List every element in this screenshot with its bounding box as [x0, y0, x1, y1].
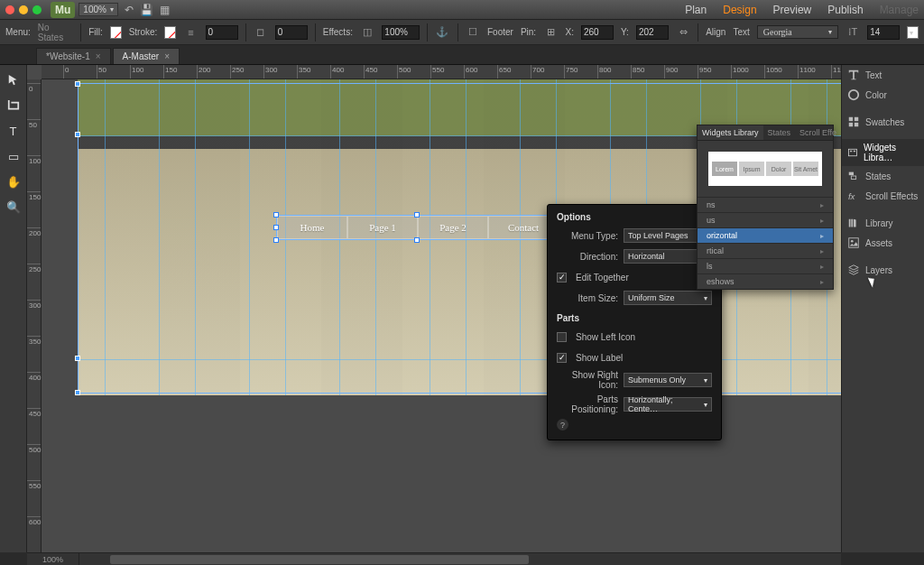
menu-item-page2[interactable]: Page 2	[418, 216, 488, 239]
svg-rect-2	[855, 117, 858, 121]
close-icon[interactable]: ×	[96, 51, 101, 61]
menu-item-home[interactable]: Home	[277, 216, 347, 239]
selection-handle[interactable]	[273, 237, 279, 243]
tools-panel: T ▭ ✋ 🔍	[0, 65, 27, 552]
dock-scroll-effects[interactable]: fxScroll Effects	[842, 186, 924, 206]
dock-widgets-library[interactable]: Widgets Libra…	[842, 139, 924, 166]
edit-together-checkbox[interactable]	[557, 273, 567, 282]
footer-checkbox[interactable]: ☐	[466, 24, 480, 41]
stroke-swatch[interactable]	[164, 26, 176, 39]
selection-handle[interactable]	[273, 225, 279, 230]
corner-radius-input[interactable]	[275, 25, 308, 40]
selection-tool[interactable]	[4, 70, 23, 90]
mode-plan[interactable]: Plan	[685, 4, 707, 16]
text-color-swatch[interactable]	[907, 26, 919, 39]
list-item-horizontal[interactable]: orizontal	[698, 227, 833, 243]
zoom-tool[interactable]: 🔍	[4, 197, 23, 217]
selection-handle[interactable]	[414, 212, 420, 218]
svg-rect-7	[854, 151, 855, 153]
panel-tabs: Widgets Library States Scroll Effe ▸▸	[698, 125, 833, 141]
widgets-library-panel: Widgets Library States Scroll Effe ▸▸ Lo…	[697, 125, 834, 290]
dock-layers[interactable]: Layers	[842, 260, 924, 280]
mode-preview[interactable]: Preview	[773, 4, 812, 16]
preview-chip: Lorem	[712, 162, 737, 176]
panel-tab-states[interactable]: States	[763, 125, 796, 140]
selection-handle[interactable]	[273, 212, 279, 218]
list-item[interactable]: ls	[698, 258, 833, 273]
menu-states-value[interactable]: No States	[38, 23, 74, 42]
help-icon[interactable]: ?	[557, 419, 568, 431]
vertical-ruler[interactable]: 050100150200250300350400450500550600650	[27, 79, 42, 552]
text-tool[interactable]: T	[4, 121, 23, 141]
window-controls	[5, 5, 42, 14]
zoom-dropdown[interactable]: 100%	[79, 3, 118, 16]
y-input[interactable]	[636, 25, 669, 40]
selection-handle[interactable]	[414, 237, 420, 243]
fill-label: Fill:	[88, 27, 103, 37]
text-label[interactable]: Text	[733, 27, 749, 37]
mode-design[interactable]: Design	[723, 4, 756, 16]
dock-color[interactable]: Color	[842, 85, 924, 105]
minimize-window-icon[interactable]	[19, 5, 28, 14]
y-label: Y:	[621, 27, 629, 37]
horizontal-ruler[interactable]: 0501001502002503003504004505005506006507…	[42, 65, 841, 79]
canvas-zoom-display[interactable]: 100%	[27, 553, 79, 565]
corners-icon[interactable]: ◻	[253, 24, 267, 41]
list-item[interactable]: rtical	[698, 243, 833, 258]
panel-tab-scroll[interactable]: Scroll Effe	[795, 125, 841, 140]
tab-website-1[interactable]: *Website-1×	[36, 48, 111, 64]
list-item[interactable]: us	[698, 212, 833, 227]
show-right-icon-select[interactable]: Submenus Only	[624, 373, 712, 387]
svg-point-12	[851, 240, 854, 243]
tab-a-master[interactable]: A-Master×	[113, 48, 180, 64]
pin-grid-icon[interactable]: ⊞	[543, 24, 558, 41]
transform-icon[interactable]: ⇔	[676, 24, 690, 41]
menu-widget[interactable]: Home Page 1 Page 2 Contact	[276, 215, 559, 240]
footer-guide[interactable]	[78, 359, 841, 360]
page-bottom-handle[interactable]	[75, 390, 80, 395]
zoom-window-icon[interactable]	[32, 5, 42, 14]
crop-tool[interactable]	[4, 96, 23, 116]
undo-icon[interactable]: ↶	[122, 3, 136, 17]
dock-library[interactable]: Library	[842, 213, 924, 233]
page-handle[interactable]	[75, 81, 80, 87]
list-item[interactable]: ns	[698, 197, 833, 212]
panel-tab-widgets[interactable]: Widgets Library	[698, 125, 763, 140]
rectangle-tool[interactable]: ▭	[4, 146, 23, 166]
edit-together-label: Edit Together	[576, 273, 629, 282]
anchor-icon[interactable]: ⚓	[435, 24, 449, 41]
dock-assets[interactable]: Assets	[842, 233, 924, 253]
mode-publish[interactable]: Publish	[827, 4, 863, 16]
parts-positioning-select[interactable]: Horizontally; Cente…	[624, 397, 712, 412]
stroke-weight-input[interactable]	[206, 25, 238, 40]
show-label-checkbox[interactable]	[557, 353, 567, 363]
parts-positioning-label: Parts Positioning:	[557, 394, 618, 414]
dock-states[interactable]: States	[842, 166, 924, 186]
effects-icon[interactable]: ◫	[360, 24, 374, 41]
show-left-icon-checkbox[interactable]	[557, 332, 567, 342]
header-handle[interactable]	[75, 132, 80, 137]
font-size-icon: ⁞T	[845, 24, 860, 41]
close-icon[interactable]: ×	[164, 51, 170, 61]
footer-handle[interactable]	[75, 356, 80, 361]
item-size-select[interactable]: Uniform Size	[624, 291, 712, 305]
opacity-input[interactable]	[382, 25, 420, 40]
menu-item-page1[interactable]: Page 1	[347, 216, 418, 239]
svg-rect-8	[849, 172, 854, 176]
list-item[interactable]: eshows	[698, 273, 833, 289]
horizontal-scrollbar[interactable]: 100%	[27, 552, 841, 565]
dock-swatches[interactable]: Swatches	[842, 112, 924, 132]
font-family-select[interactable]: Georgia	[757, 25, 838, 39]
fill-swatch[interactable]	[110, 26, 122, 39]
save-icon[interactable]: 💾	[140, 3, 154, 17]
preview-browser-icon[interactable]: ▦	[158, 3, 172, 17]
scrollbar-thumb[interactable]	[110, 555, 529, 564]
close-window-icon[interactable]	[5, 5, 14, 14]
font-size-input[interactable]	[867, 25, 900, 40]
mode-manage[interactable]: Manage	[880, 4, 919, 16]
align-label[interactable]: Align	[706, 27, 725, 37]
x-input[interactable]	[581, 25, 614, 40]
hand-tool[interactable]: ✋	[4, 171, 23, 191]
menu-type-label: Menu Type:	[557, 231, 618, 241]
dock-text[interactable]: Text	[842, 65, 924, 85]
